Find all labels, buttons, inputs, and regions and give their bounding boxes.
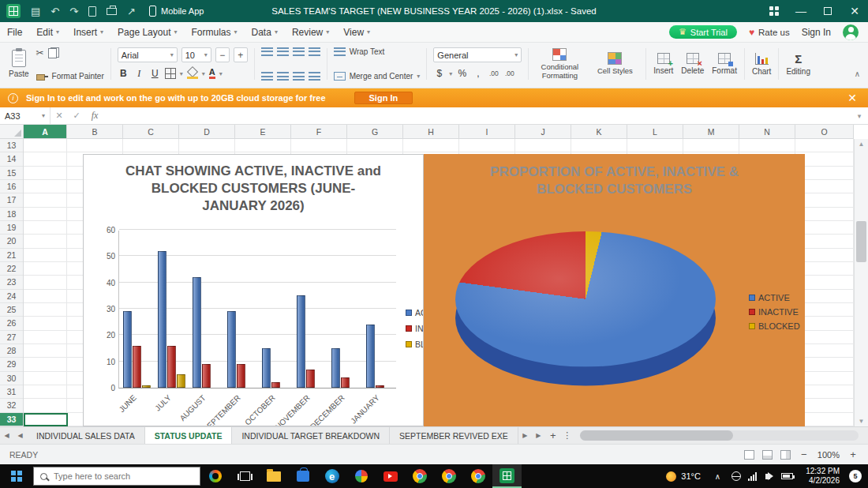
format-painter-button[interactable]: Format Painter [36, 72, 104, 81]
youtube-icon[interactable] [376, 464, 405, 488]
vertical-scrollbar-thumb[interactable] [856, 221, 866, 262]
row-header-22[interactable]: 22 [0, 262, 23, 276]
menu-data[interactable]: Data▾ [245, 22, 285, 42]
font-size-select[interactable]: 10▾ [181, 47, 211, 62]
tab-september-revived-exe[interactable]: SEPTEMBER REVIVED EXE [390, 427, 518, 444]
workspace-icon[interactable] [761, 0, 788, 22]
menu-insert[interactable]: Insert▾ [66, 22, 110, 42]
prev-sheet-icon[interactable]: ◀ [13, 427, 27, 444]
tab-individual-sales-data[interactable]: INDIVIDUAL SALES DATA [27, 427, 145, 444]
bar-inactive-july[interactable] [167, 346, 176, 388]
bar-active-august[interactable] [193, 277, 201, 388]
bar-inactive-december[interactable] [341, 377, 350, 388]
photos-icon[interactable] [346, 464, 376, 488]
pie-chart[interactable]: PROPORTION OF ACTIVE, INACTIVE & BLOCKED… [424, 154, 805, 426]
orientation-icon[interactable] [309, 47, 320, 56]
first-sheet-icon[interactable]: ◀ [0, 427, 13, 444]
search-input[interactable] [54, 471, 181, 481]
comma-button[interactable]: , [472, 66, 484, 81]
file-explorer-icon[interactable] [259, 464, 288, 488]
taskbar-search[interactable] [33, 467, 200, 486]
row-header-16[interactable]: 16 [0, 180, 23, 193]
conditional-formatting-button[interactable]: Conditional Formatting [532, 47, 587, 81]
share-icon[interactable]: ↗ [127, 6, 136, 17]
row-header-13[interactable]: 13 [0, 139, 23, 152]
cortana-icon[interactable] [200, 464, 230, 488]
row-header-33[interactable]: 33 [0, 413, 23, 426]
edge-icon[interactable]: e [317, 464, 346, 488]
next-sheet-icon[interactable]: ▶ [518, 427, 532, 444]
page-layout-view-icon[interactable] [762, 450, 773, 460]
notification-badge[interactable]: 5 [849, 470, 862, 482]
row-header-25[interactable]: 25 [0, 303, 23, 317]
increase-font-button[interactable]: + [234, 47, 248, 62]
name-box[interactable]: A33▾ [0, 107, 51, 124]
vertical-scrollbar[interactable]: ▲ ▼ [854, 139, 868, 426]
editing-button[interactable]: Σ Editing [782, 47, 814, 81]
menu-page-layout[interactable]: Page Layout▾ [110, 22, 184, 42]
bar-chart[interactable]: CHAT SHOWING ACTIVE, INACTIVE and BLOCKE… [83, 154, 424, 426]
column-header-G[interactable]: G [347, 125, 403, 138]
app-logo-icon[interactable] [6, 4, 21, 18]
spreadsheet-app-icon[interactable] [492, 464, 522, 488]
bar-active-december[interactable] [331, 348, 340, 388]
column-header-M[interactable]: M [683, 125, 739, 138]
menu-view[interactable]: View▾ [336, 22, 377, 42]
print-icon[interactable] [107, 8, 117, 15]
format-cells-button[interactable]: Format [708, 47, 741, 81]
chrome-icon-3[interactable] [463, 464, 492, 488]
maximize-button[interactable] [814, 0, 841, 22]
minimize-button[interactable]: — [788, 0, 814, 22]
row-header-31[interactable]: 31 [0, 385, 23, 399]
ribbon-collapse-icon[interactable]: ∧ [855, 69, 860, 78]
column-header-I[interactable]: I [459, 125, 515, 138]
row-header-20[interactable]: 20 [0, 235, 23, 248]
row-header-26[interactable]: 26 [0, 317, 23, 330]
copy-icon[interactable] [48, 47, 59, 58]
bar-inactive-january[interactable] [376, 385, 384, 388]
borders-icon[interactable] [165, 68, 176, 79]
row-header-32[interactable]: 32 [0, 399, 23, 412]
horizontal-scrollbar[interactable] [580, 430, 859, 441]
bar-active-october[interactable] [262, 348, 271, 388]
indent-icon[interactable] [309, 72, 320, 81]
percent-button[interactable]: % [456, 66, 468, 81]
chrome-icon-2[interactable] [434, 464, 463, 488]
cut-icon[interactable]: ✂ [36, 48, 44, 58]
selected-cell-a33[interactable] [24, 413, 68, 426]
last-sheet-icon[interactable]: ▶ [532, 427, 545, 444]
increase-decimal-button[interactable]: .00 [488, 66, 499, 81]
row-header-29[interactable]: 29 [0, 358, 23, 371]
tray-expand-icon[interactable]: ∧ [709, 472, 727, 481]
align-right-icon[interactable] [293, 72, 305, 81]
align-top-icon[interactable] [261, 47, 273, 56]
menu-edit[interactable]: Edit▾ [29, 22, 66, 42]
volume-icon[interactable] [765, 474, 770, 479]
insert-function-icon[interactable]: fx [85, 110, 104, 122]
column-header-E[interactable]: E [235, 125, 291, 138]
row-header-18[interactable]: 18 [0, 208, 23, 221]
align-left-icon[interactable] [261, 72, 273, 81]
row-header-21[interactable]: 21 [0, 249, 23, 262]
column-header-C[interactable]: C [123, 125, 179, 138]
close-button[interactable]: ✕ [841, 0, 868, 22]
menu-formulas[interactable]: Formulas▾ [184, 22, 244, 42]
signal-icon[interactable] [748, 472, 758, 481]
start-button[interactable] [0, 464, 33, 488]
tab-status-update[interactable]: STATUS UPDATE [145, 427, 233, 444]
fill-color-icon[interactable] [187, 68, 198, 79]
task-view-icon[interactable] [230, 464, 259, 488]
row-header-23[interactable]: 23 [0, 276, 23, 289]
select-all-corner[interactable] [0, 125, 24, 138]
bar-active-june[interactable] [123, 311, 132, 388]
banner-signin-button[interactable]: Sign In [354, 92, 413, 104]
page-break-view-icon[interactable] [780, 450, 791, 460]
menu-file[interactable]: File [0, 22, 29, 42]
bar-active-november[interactable] [297, 295, 305, 388]
font-color-icon[interactable]: A [209, 68, 215, 79]
paste-button[interactable]: Paste [5, 47, 33, 81]
bar-inactive-november[interactable] [306, 370, 315, 388]
sheet-list-icon[interactable]: ⋮ [561, 427, 574, 444]
align-middle-icon[interactable] [277, 47, 289, 56]
row-header-30[interactable]: 30 [0, 372, 23, 385]
